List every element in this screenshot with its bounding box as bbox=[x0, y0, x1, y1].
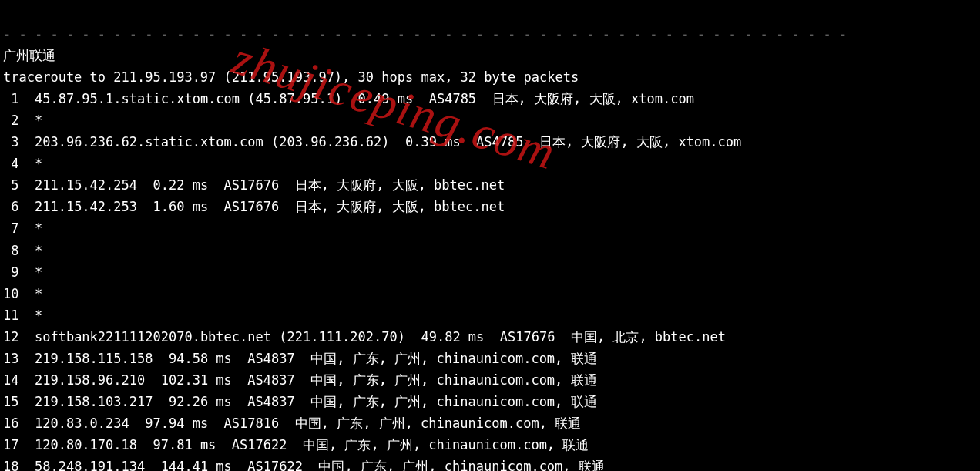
hop-row: 12 softbank221111202070.bbtec.net (221.1… bbox=[3, 326, 977, 348]
hop-number: 2 bbox=[3, 109, 18, 131]
hop-detail: * bbox=[35, 286, 42, 301]
hop-row: 10 * bbox=[3, 283, 977, 304]
hop-detail: 219.158.103.217 92.26 ms AS4837 中国, 广东, … bbox=[35, 394, 597, 409]
hop-row: 14 219.158.96.210 102.31 ms AS4837 中国, 广… bbox=[3, 369, 977, 391]
hop-row: 4 * bbox=[3, 153, 977, 174]
hop-row: 1 45.87.95.1.static.xtom.com (45.87.95.1… bbox=[3, 88, 977, 109]
hop-row: 16 120.83.0.234 97.94 ms AS17816 中国, 广东,… bbox=[3, 412, 977, 434]
terminal-output[interactable]: - - - - - - - - - - - - - - - - - - - - … bbox=[0, 0, 980, 471]
hop-detail: 45.87.95.1.static.xtom.com (45.87.95.1) … bbox=[35, 91, 694, 106]
hop-number: 14 bbox=[3, 369, 18, 391]
hop-row: 9 * bbox=[3, 261, 977, 283]
hop-row: 8 * bbox=[3, 240, 977, 261]
hop-detail: * bbox=[35, 243, 42, 258]
hop-row: 6 211.15.42.253 1.60 ms AS17676 日本, 大阪府,… bbox=[3, 196, 977, 217]
hop-detail: * bbox=[35, 308, 42, 323]
hop-detail: 219.158.115.158 94.58 ms AS4837 中国, 广东, … bbox=[35, 351, 597, 366]
traceroute-command-line: traceroute to 211.95.193.97 (211.95.193.… bbox=[3, 69, 579, 85]
hop-detail: 211.15.42.253 1.60 ms AS17676 日本, 大阪府, 大… bbox=[35, 199, 505, 214]
hop-number: 3 bbox=[3, 131, 18, 153]
hop-row: 11 * bbox=[3, 304, 977, 326]
hop-number: 10 bbox=[3, 283, 18, 304]
hop-detail: 58.248.191.134 144.41 ms AS17622 中国, 广东,… bbox=[35, 459, 605, 471]
separator-line: - - - - - - - - - - - - - - - - - - - - … bbox=[3, 26, 847, 42]
hops-list: 1 45.87.95.1.static.xtom.com (45.87.95.1… bbox=[3, 88, 977, 471]
hop-row: 17 120.80.170.18 97.81 ms AS17622 中国, 广东… bbox=[3, 434, 977, 456]
hop-detail: 120.83.0.234 97.94 ms AS17816 中国, 广东, 广州… bbox=[35, 415, 581, 431]
hop-number: 1 bbox=[3, 88, 18, 109]
hop-number: 13 bbox=[3, 348, 18, 369]
hop-number: 12 bbox=[3, 326, 18, 348]
hop-number: 15 bbox=[3, 391, 18, 412]
hop-detail: 120.80.170.18 97.81 ms AS17622 中国, 广东, 广… bbox=[35, 437, 589, 452]
hop-row: 3 203.96.236.62.static.xtom.com (203.96.… bbox=[3, 131, 977, 153]
hop-row: 7 * bbox=[3, 217, 977, 239]
hop-row: 18 58.248.191.134 144.41 ms AS17622 中国, … bbox=[3, 456, 977, 471]
hop-row: 5 211.15.42.254 0.22 ms AS17676 日本, 大阪府,… bbox=[3, 174, 977, 196]
hop-number: 4 bbox=[3, 153, 18, 174]
hop-number: 8 bbox=[3, 240, 18, 261]
location-header: 广州联通 bbox=[3, 48, 55, 63]
hop-detail: * bbox=[35, 220, 42, 236]
hop-detail: 211.15.42.254 0.22 ms AS17676 日本, 大阪府, 大… bbox=[35, 177, 505, 193]
hop-detail: * bbox=[35, 113, 42, 128]
hop-detail: * bbox=[35, 156, 42, 171]
hop-detail: 219.158.96.210 102.31 ms AS4837 中国, 广东, … bbox=[35, 372, 597, 388]
hop-row: 15 219.158.103.217 92.26 ms AS4837 中国, 广… bbox=[3, 391, 977, 412]
hop-number: 7 bbox=[3, 217, 18, 239]
hop-number: 11 bbox=[3, 304, 18, 326]
hop-detail: softbank221111202070.bbtec.net (221.111.… bbox=[35, 329, 726, 345]
hop-detail: * bbox=[35, 264, 42, 280]
hop-number: 17 bbox=[3, 434, 18, 456]
hop-number: 6 bbox=[3, 196, 18, 217]
hop-row: 2 * bbox=[3, 109, 977, 131]
hop-number: 9 bbox=[3, 261, 18, 283]
hop-detail: 203.96.236.62.static.xtom.com (203.96.23… bbox=[35, 134, 741, 150]
hop-number: 18 bbox=[3, 456, 18, 471]
hop-number: 5 bbox=[3, 174, 18, 196]
hop-number: 16 bbox=[3, 412, 18, 434]
hop-row: 13 219.158.115.158 94.58 ms AS4837 中国, 广… bbox=[3, 348, 977, 369]
